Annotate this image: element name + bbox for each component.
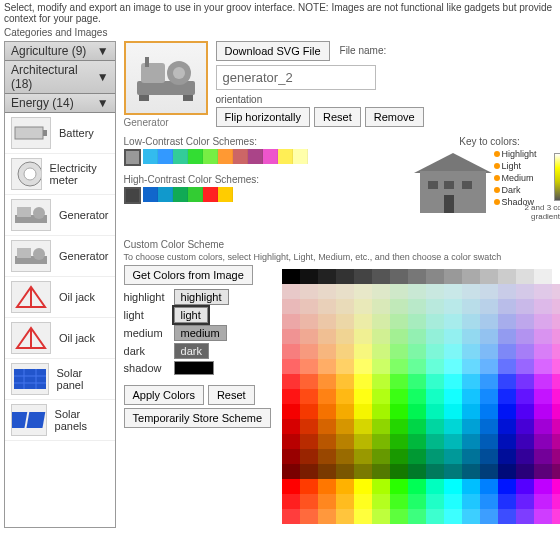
list-item[interactable]: Oil jack bbox=[5, 277, 115, 318]
palette-swatch[interactable] bbox=[282, 314, 300, 329]
palette-swatch[interactable] bbox=[498, 344, 516, 359]
scheme-swatch[interactable] bbox=[173, 187, 188, 202]
palette-swatch[interactable] bbox=[462, 419, 480, 434]
palette-swatch[interactable] bbox=[480, 464, 498, 479]
palette-swatch[interactable] bbox=[552, 359, 560, 374]
reset-colors-button[interactable]: Reset bbox=[208, 385, 255, 405]
palette-swatch[interactable] bbox=[444, 314, 462, 329]
palette-swatch[interactable] bbox=[480, 449, 498, 464]
palette-swatch[interactable] bbox=[462, 434, 480, 449]
palette-swatch[interactable] bbox=[408, 374, 426, 389]
palette-swatch[interactable] bbox=[462, 284, 480, 299]
category-header-agriculture[interactable]: Agriculture (9) ▼ bbox=[5, 42, 115, 61]
scheme-swatch[interactable] bbox=[203, 187, 218, 202]
palette-swatch[interactable] bbox=[498, 269, 516, 284]
palette-swatch[interactable] bbox=[300, 404, 318, 419]
palette-swatch[interactable] bbox=[354, 449, 372, 464]
palette-swatch[interactable] bbox=[480, 404, 498, 419]
scheme-swatch[interactable] bbox=[158, 149, 173, 164]
palette-swatch[interactable] bbox=[498, 314, 516, 329]
palette-swatch[interactable] bbox=[552, 374, 560, 389]
palette-swatch[interactable] bbox=[426, 269, 444, 284]
palette-swatch[interactable] bbox=[462, 359, 480, 374]
palette-swatch[interactable] bbox=[372, 284, 390, 299]
scheme-swatch[interactable] bbox=[124, 187, 141, 204]
palette-swatch[interactable] bbox=[300, 344, 318, 359]
palette-swatch[interactable] bbox=[516, 329, 534, 344]
palette-swatch[interactable] bbox=[444, 404, 462, 419]
palette-swatch[interactable] bbox=[534, 404, 552, 419]
palette-swatch[interactable] bbox=[390, 449, 408, 464]
palette-swatch[interactable] bbox=[372, 479, 390, 494]
palette-swatch[interactable] bbox=[444, 509, 462, 524]
palette-swatch[interactable] bbox=[498, 374, 516, 389]
palette-swatch[interactable] bbox=[498, 404, 516, 419]
palette-swatch[interactable] bbox=[372, 404, 390, 419]
shadow-select-button[interactable] bbox=[174, 361, 214, 375]
palette-swatch[interactable] bbox=[336, 284, 354, 299]
palette-swatch[interactable] bbox=[462, 374, 480, 389]
palette-swatch[interactable] bbox=[552, 299, 560, 314]
palette-swatch[interactable] bbox=[498, 359, 516, 374]
scheme-swatch[interactable] bbox=[203, 149, 218, 164]
palette-swatch[interactable] bbox=[480, 329, 498, 344]
palette-swatch[interactable] bbox=[426, 284, 444, 299]
palette-swatch[interactable] bbox=[552, 389, 560, 404]
palette-swatch[interactable] bbox=[372, 314, 390, 329]
list-item[interactable]: Generator bbox=[5, 236, 115, 277]
palette-swatch[interactable] bbox=[354, 404, 372, 419]
palette-swatch[interactable] bbox=[444, 494, 462, 509]
palette-swatch[interactable] bbox=[462, 404, 480, 419]
category-header-energy[interactable]: Energy (14) ▼ bbox=[5, 94, 115, 113]
list-item[interactable]: Solar panels bbox=[5, 400, 115, 441]
palette-swatch[interactable] bbox=[426, 434, 444, 449]
palette-swatch[interactable] bbox=[372, 449, 390, 464]
palette-swatch[interactable] bbox=[282, 494, 300, 509]
palette-swatch[interactable] bbox=[282, 329, 300, 344]
palette-swatch[interactable] bbox=[480, 344, 498, 359]
palette-swatch[interactable] bbox=[516, 464, 534, 479]
palette-swatch[interactable] bbox=[534, 359, 552, 374]
palette-swatch[interactable] bbox=[462, 389, 480, 404]
palette-swatch[interactable] bbox=[318, 419, 336, 434]
palette-swatch[interactable] bbox=[336, 449, 354, 464]
palette-swatch[interactable] bbox=[444, 434, 462, 449]
palette-swatch[interactable] bbox=[372, 329, 390, 344]
palette-swatch[interactable] bbox=[534, 329, 552, 344]
palette-swatch[interactable] bbox=[498, 284, 516, 299]
palette-swatch[interactable] bbox=[300, 299, 318, 314]
palette-swatch[interactable] bbox=[534, 269, 552, 284]
palette-swatch[interactable] bbox=[534, 434, 552, 449]
palette-swatch[interactable] bbox=[534, 284, 552, 299]
palette-swatch[interactable] bbox=[390, 299, 408, 314]
palette-swatch[interactable] bbox=[390, 374, 408, 389]
palette-swatch[interactable] bbox=[498, 509, 516, 524]
palette-swatch[interactable] bbox=[552, 314, 560, 329]
scheme-swatch[interactable] bbox=[233, 149, 248, 164]
palette-swatch[interactable] bbox=[318, 404, 336, 419]
palette-swatch[interactable] bbox=[426, 329, 444, 344]
palette-swatch[interactable] bbox=[426, 359, 444, 374]
palette-swatch[interactable] bbox=[444, 284, 462, 299]
palette-swatch[interactable] bbox=[354, 314, 372, 329]
palette-swatch[interactable] bbox=[354, 329, 372, 344]
palette-swatch[interactable] bbox=[300, 419, 318, 434]
palette-swatch[interactable] bbox=[480, 434, 498, 449]
palette-swatch[interactable] bbox=[516, 359, 534, 374]
palette-swatch[interactable] bbox=[462, 269, 480, 284]
list-item[interactable]: Electricity meter bbox=[5, 154, 115, 195]
scheme-swatch[interactable] bbox=[188, 187, 203, 202]
apply-colors-button[interactable]: Apply Colors bbox=[124, 385, 204, 405]
palette-swatch[interactable] bbox=[552, 284, 560, 299]
palette-swatch[interactable] bbox=[336, 464, 354, 479]
palette-swatch[interactable] bbox=[516, 314, 534, 329]
scheme-swatch[interactable] bbox=[173, 149, 188, 164]
palette-swatch[interactable] bbox=[462, 299, 480, 314]
palette-swatch[interactable] bbox=[408, 494, 426, 509]
scheme-swatch[interactable] bbox=[124, 149, 141, 166]
palette-swatch[interactable] bbox=[534, 464, 552, 479]
scheme-swatch[interactable] bbox=[143, 187, 158, 202]
palette-swatch[interactable] bbox=[462, 314, 480, 329]
palette-swatch[interactable] bbox=[282, 284, 300, 299]
palette-swatch[interactable] bbox=[318, 299, 336, 314]
